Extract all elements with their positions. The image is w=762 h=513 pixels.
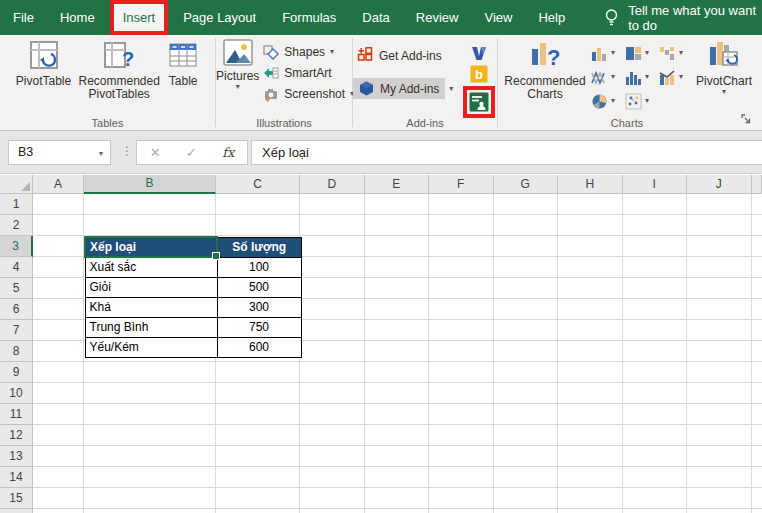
row-header-13[interactable]: 13 — [0, 446, 33, 467]
name-box[interactable]: B3 ▾ — [8, 140, 111, 165]
row-header-6[interactable]: 6 — [0, 299, 33, 320]
cell-C4[interactable]: 100 — [217, 257, 301, 277]
smartart-button[interactable]: SmartArt — [259, 62, 354, 83]
pivottable-button[interactable]: PivotTable — [16, 35, 71, 101]
tab-view[interactable]: View — [471, 0, 525, 35]
row-header-9[interactable]: 9 — [0, 362, 33, 383]
illustrations-group-label: Illustrations — [216, 117, 352, 129]
gridline-vertical — [364, 194, 365, 513]
column-header-partial — [752, 175, 762, 194]
table-button[interactable]: Table — [167, 35, 199, 101]
tell-me-label: Tell me what you want to do — [628, 3, 762, 33]
people-graph-icon[interactable] — [469, 92, 489, 112]
cancel-icon[interactable]: ✕ — [150, 145, 161, 160]
row-header-11[interactable]: 11 — [0, 404, 33, 425]
insert-statistic-chart-button[interactable]: ▾ — [625, 65, 659, 89]
charts-dialog-launcher-icon[interactable] — [741, 113, 751, 127]
shapes-dropdown-icon: ▾ — [330, 48, 334, 56]
cell-B8[interactable]: Yếu/Kém — [85, 337, 217, 357]
row-header-15[interactable]: 15 — [0, 488, 33, 509]
tab-page-layout[interactable]: Page Layout — [170, 0, 269, 35]
name-box-dropdown-icon[interactable]: ▾ — [99, 141, 103, 166]
pivotchart-button[interactable]: PivotChart ▾ — [693, 35, 755, 113]
row-header-5[interactable]: 5 — [0, 278, 33, 299]
column-header-G[interactable]: G — [494, 175, 559, 194]
column-header-C[interactable]: C — [216, 175, 300, 194]
tab-data[interactable]: Data — [349, 0, 402, 35]
tab-formulas[interactable]: Formulas — [269, 0, 349, 35]
recommended-pivottables-icon: ? — [103, 39, 135, 71]
row-header-12[interactable]: 12 — [0, 425, 33, 446]
cell-B4[interactable]: Xuất sắc — [85, 257, 217, 277]
tell-me-search[interactable]: Tell me what you want to do — [604, 3, 762, 33]
get-addins-button[interactable]: Get Add-ins — [353, 45, 461, 66]
cell-C8[interactable]: 600 — [217, 337, 301, 357]
cell-C3[interactable]: Số lượng — [217, 237, 301, 257]
column-header-H[interactable]: H — [558, 175, 623, 194]
tab-file[interactable]: File — [0, 0, 47, 35]
column-header-F[interactable]: F — [429, 175, 494, 194]
screenshot-button[interactable]: Screenshot ▾ — [259, 83, 354, 104]
insert-combo-chart-button[interactable]: ▾ — [659, 65, 693, 89]
column-header-E[interactable]: E — [365, 175, 430, 194]
tables-group-label: Tables — [0, 117, 215, 129]
cell-B7[interactable]: Trung Bình — [85, 317, 217, 337]
insert-scatter-chart-button[interactable]: ▾ — [625, 89, 659, 113]
row-header-2[interactable]: 2 — [0, 215, 33, 236]
cell-B5[interactable]: Giỏi — [85, 277, 217, 297]
gridline-vertical — [751, 194, 752, 513]
bing-maps-icon[interactable]: b — [470, 65, 488, 83]
insert-pie-chart-button[interactable]: ▾ — [591, 89, 625, 113]
cell-B3-selected[interactable]: Xếp loại — [85, 237, 217, 257]
tab-home[interactable]: Home — [47, 0, 108, 35]
my-addins-label: My Add-ins — [380, 82, 439, 96]
insert-waterfall-chart-button[interactable]: ▾ — [659, 41, 693, 65]
cell-B6[interactable]: Khá — [85, 297, 217, 317]
row-header-3[interactable]: 3 — [0, 236, 33, 257]
row-header-16[interactable]: 16 — [0, 509, 33, 513]
row-header-8[interactable]: 8 — [0, 341, 33, 362]
tab-help[interactable]: Help — [525, 0, 578, 35]
cell-C7[interactable]: 750 — [217, 317, 301, 337]
column-header-J[interactable]: J — [687, 175, 752, 194]
insert-line-chart-button[interactable]: ▾ — [591, 65, 625, 89]
table-row: Giỏi500 — [85, 277, 301, 297]
pictures-button[interactable]: Pictures ▾ — [216, 35, 259, 104]
dropdown-icon: ▾ — [645, 97, 649, 105]
formula-input[interactable]: Xếp loại — [251, 140, 762, 165]
recommended-pivottables-label: Recommended PivotTables — [73, 75, 165, 101]
tab-review[interactable]: Review — [403, 0, 472, 35]
recommended-charts-button[interactable]: ? Recommended Charts — [499, 35, 591, 113]
row-header-14[interactable]: 14 — [0, 467, 33, 488]
charts-group-label: Charts — [498, 117, 756, 129]
column-header-A[interactable]: A — [33, 175, 84, 194]
my-addins-dropdown-icon[interactable]: ▾ — [449, 85, 453, 93]
recommended-pivottables-button[interactable]: ? Recommended PivotTables — [73, 35, 165, 101]
select-all-corner[interactable] — [0, 175, 33, 194]
pivotchart-dropdown-icon: ▾ — [722, 88, 726, 96]
insert-function-icon[interactable]: fx — [222, 145, 234, 160]
visio-data-visualizer-icon[interactable] — [470, 45, 488, 62]
column-header-D[interactable]: D — [300, 175, 365, 194]
column-header-B[interactable]: B — [84, 175, 216, 194]
row-header-10[interactable]: 10 — [0, 383, 33, 404]
recommended-charts-label: Recommended Charts — [499, 75, 591, 101]
get-addins-label: Get Add-ins — [379, 49, 442, 63]
worksheet-grid[interactable]: ABCDEFGHIJ 12345678910111213141516 Xếp l… — [0, 175, 762, 513]
tab-insert-active-red-box[interactable]: Insert — [110, 0, 169, 35]
row-header-4[interactable]: 4 — [0, 257, 33, 278]
column-header-I[interactable]: I — [623, 175, 688, 194]
my-addins-button[interactable]: My Add-ins — [353, 78, 445, 99]
cell-C6[interactable]: 300 — [217, 297, 301, 317]
cell-C5[interactable]: 500 — [217, 277, 301, 297]
insert-hierarchy-chart-button[interactable]: ▾ — [625, 41, 659, 65]
table-row: Khá300 — [85, 297, 301, 317]
shapes-button[interactable]: Shapes ▾ — [259, 41, 354, 62]
dropdown-icon: ▾ — [645, 49, 649, 57]
formula-bar: B3 ▾ ⋮ ✕ ✓ fx Xếp loại — [0, 131, 762, 174]
ribbon-group-addins: Get Add-ins My Add-ins ▾ — [353, 35, 497, 130]
row-header-7[interactable]: 7 — [0, 320, 33, 341]
enter-icon[interactable]: ✓ — [186, 145, 197, 160]
row-header-1[interactable]: 1 — [0, 194, 33, 215]
insert-column-chart-button[interactable]: ▾ — [591, 41, 625, 65]
